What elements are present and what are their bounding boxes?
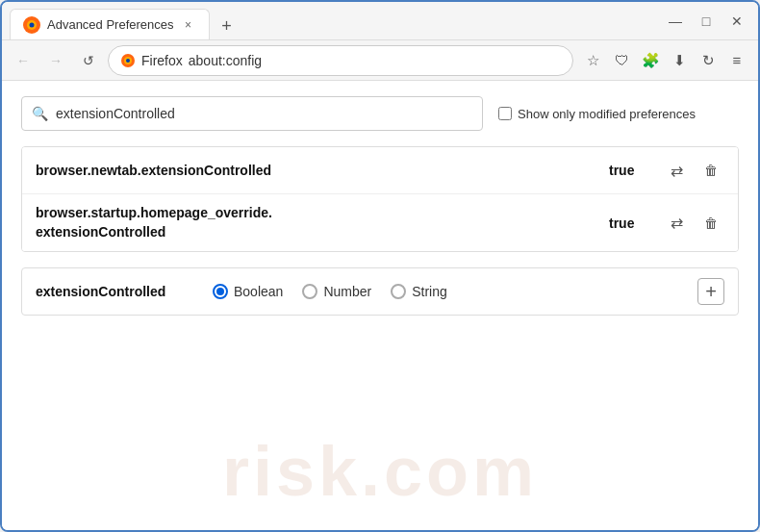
- new-tab-button[interactable]: +: [214, 13, 241, 39]
- radio-boolean-circle: [213, 284, 228, 299]
- radio-number[interactable]: Number: [302, 284, 371, 299]
- radio-boolean-label: Boolean: [234, 284, 283, 299]
- browser-window: Advanced Preferences × + — □ ✕ ← → ↺: [0, 0, 760, 532]
- maximize-button[interactable]: □: [693, 8, 720, 35]
- extension-icon[interactable]: 🧩: [637, 47, 664, 74]
- results-table: browser.newtab.extensionControlled true …: [21, 146, 739, 252]
- address-bar[interactable]: Firefox about:config: [108, 45, 573, 76]
- tab-area: Advanced Preferences × +: [10, 2, 662, 39]
- swap-button-1[interactable]: ⇄: [663, 157, 690, 184]
- radio-number-circle: [302, 284, 317, 299]
- radio-string-label: String: [412, 284, 447, 299]
- pref-actions-2: ⇄ 🗑: [663, 210, 724, 237]
- add-pref-button[interactable]: +: [697, 278, 724, 305]
- radio-string[interactable]: String: [391, 284, 447, 299]
- pref-search-container[interactable]: 🔍: [21, 96, 483, 131]
- delete-button-2[interactable]: 🗑: [697, 210, 724, 237]
- radio-string-circle: [391, 284, 406, 299]
- search-icon: 🔍: [32, 106, 48, 121]
- pref-name-1: browser.newtab.extensionControlled: [36, 163, 609, 178]
- svg-point-5: [126, 59, 130, 63]
- active-tab[interactable]: Advanced Preferences ×: [10, 9, 210, 39]
- tab-close-button[interactable]: ×: [180, 16, 197, 34]
- firefox-favicon: [22, 15, 41, 35]
- pref-value-2: true: [609, 215, 647, 231]
- nav-bar: ← → ↺ Firefox about:config ☆ 🛡: [2, 40, 758, 81]
- shield-icon[interactable]: 🛡: [608, 47, 635, 74]
- pref-value-1: true: [609, 163, 647, 178]
- show-modified-checkbox[interactable]: [498, 107, 512, 120]
- radio-number-label: Number: [323, 284, 371, 299]
- search-input[interactable]: [56, 106, 472, 121]
- window-controls: — □ ✕: [662, 8, 750, 35]
- reload-button[interactable]: ↺: [75, 47, 102, 74]
- title-bar: Advanced Preferences × + — □ ✕: [2, 2, 758, 40]
- search-row: 🔍 Show only modified preferences: [21, 96, 739, 131]
- watermark: risk.com: [222, 432, 538, 511]
- page-content: 🔍 Show only modified preferences browser…: [2, 81, 758, 530]
- menu-icon[interactable]: ≡: [723, 47, 750, 74]
- pref-name-2: browser.startup.homepage_override. exten…: [36, 204, 609, 241]
- address-text: about:config: [189, 53, 262, 68]
- close-button[interactable]: ✕: [723, 8, 750, 35]
- pref-actions-1: ⇄ 🗑: [663, 157, 724, 184]
- forward-button[interactable]: →: [42, 47, 69, 74]
- tab-title: Advanced Preferences: [47, 17, 174, 32]
- new-pref-name: extensionControlled: [36, 284, 190, 299]
- add-pref-row: extensionControlled Boolean Number Strin…: [21, 267, 739, 316]
- show-modified-label[interactable]: Show only modified preferences: [498, 107, 696, 121]
- firefox-address-icon: [120, 53, 136, 68]
- type-radio-group: Boolean Number String: [213, 284, 447, 299]
- swap-button-2[interactable]: ⇄: [663, 210, 690, 237]
- sync-icon[interactable]: ↻: [695, 47, 722, 74]
- svg-point-2: [30, 22, 35, 27]
- table-row: browser.newtab.extensionControlled true …: [22, 147, 738, 194]
- table-row: browser.startup.homepage_override. exten…: [22, 194, 738, 251]
- nav-right-icons: ☆ 🛡 🧩 ⬇ ↻ ≡: [579, 47, 750, 74]
- download-icon[interactable]: ⬇: [666, 47, 693, 74]
- radio-boolean[interactable]: Boolean: [213, 284, 283, 299]
- back-button[interactable]: ←: [10, 47, 37, 74]
- delete-button-1[interactable]: 🗑: [697, 157, 724, 184]
- minimize-button[interactable]: —: [662, 8, 689, 35]
- firefox-label: Firefox: [141, 53, 183, 68]
- bookmark-icon[interactable]: ☆: [579, 47, 606, 74]
